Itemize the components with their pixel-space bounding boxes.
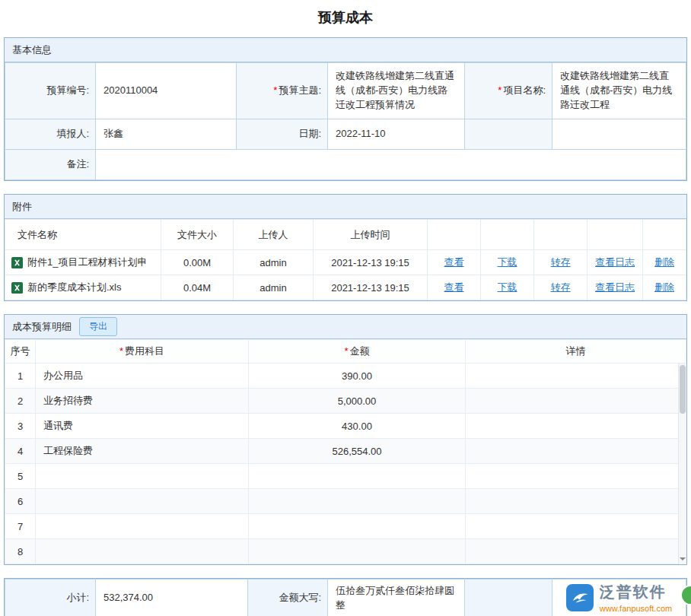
reporter-label: 填报人: (5, 119, 96, 150)
action-cell: 查看 (428, 275, 481, 300)
row-subject (36, 464, 249, 489)
row-subject (36, 489, 249, 514)
row-amount: 430.00 (249, 414, 466, 439)
cost-detail-section-header: 成本预算明细 导出 (5, 315, 686, 339)
budget-no-value: 2020110004 (96, 63, 237, 119)
required-mark: * (344, 345, 348, 357)
vertical-scrollbar[interactable] (678, 364, 686, 564)
brand-name: 泛普软件 (600, 581, 672, 602)
remark-label-text: 备注: (66, 158, 89, 170)
project-name-value: 改建铁路线增建第二线直通线（成都-西安）电力线路迁改工程 (552, 63, 686, 119)
action-cell: 查看 (428, 250, 481, 275)
attachment-file-cell: 新的季度成本计划.xls (5, 275, 161, 300)
project-name-label: *项目名称: (465, 63, 552, 119)
budget-no-label: 预算编号: (5, 63, 96, 119)
brand-text: 泛普软件 www.fanpusoft.com (600, 581, 672, 614)
row-subject (36, 539, 249, 564)
required-mark: * (273, 84, 277, 96)
table-row: 1 办公用品 390.00 (5, 364, 686, 389)
col-header-subject-text: 费用科目 (125, 345, 164, 357)
row-seq: 2 (5, 389, 36, 414)
row-info (466, 464, 686, 489)
basic-info-panel: 基本信息 预算编号: 2020110004 *预算主题: 改建铁路线增建第二线直… (4, 37, 687, 181)
cost-detail-grid: 序号 *费用科目 *金额 详情 1 办公用品 390.00 2 (5, 339, 686, 564)
action-cell: 下载 (481, 275, 534, 300)
row-seq: 7 (5, 514, 36, 539)
row-subject: 工程保险费 (36, 439, 249, 464)
row-amount (249, 464, 466, 489)
row-seq: 4 (5, 439, 36, 464)
budget-cost-page: 预算成本 基本信息 预算编号: 2020110004 *预算主题: 改建铁路线增… (0, 0, 691, 616)
row-seq: 8 (5, 539, 36, 564)
row-subject: 办公用品 (36, 364, 249, 389)
brand-cell: 泛普软件 www.fanpusoft.com (552, 579, 686, 616)
col-header-amount: *金额 (249, 340, 466, 364)
transfer-link[interactable]: 转存 (551, 256, 571, 268)
summary-table: 小计: 532,374.00 金额大写: 伍拾叁万贰仟叁佰柒拾肆圆整 (5, 579, 686, 616)
attachment-uploader: admin (234, 275, 314, 300)
table-row: 3 通讯费 430.00 (5, 414, 686, 439)
col-header-info: 详情 (466, 340, 686, 364)
row-info (466, 364, 686, 389)
required-mark: * (498, 84, 502, 96)
action-cell: 下载 (481, 250, 534, 275)
row-info (466, 389, 686, 414)
download-link[interactable]: 下载 (498, 256, 517, 268)
attachments-table: 文件名称 文件大小 上传人 上传时间 附件1_项目工程材料计划申 (5, 219, 686, 300)
brand-url[interactable]: www.fanpusoft.com (600, 603, 672, 614)
action-cell: 删除 (643, 250, 686, 275)
reporter-label-text: 填报人: (56, 128, 89, 139)
delete-link[interactable]: 删除 (654, 256, 674, 268)
fanpu-logo-icon (566, 584, 594, 611)
table-row: 2 业务招待费 5,000.00 (5, 389, 686, 414)
row-amount: 526,554.00 (249, 439, 466, 464)
amount-words-label: 金额大写: (248, 579, 328, 616)
cost-detail-panel: 成本预算明细 导出 序号 *费用科目 *金额 详情 (4, 314, 687, 565)
col-header-action (428, 220, 481, 250)
excel-file-icon (11, 282, 23, 294)
attachments-panel: 附件 文件名称 文件大小 上传人 上传时间 (4, 194, 687, 301)
col-header-action (643, 220, 686, 250)
action-cell: 转存 (534, 250, 588, 275)
required-mark: * (119, 345, 123, 357)
row-amount (249, 489, 466, 514)
attachments-section-header: 附件 (5, 195, 686, 219)
row-subject: 通讯费 (36, 414, 249, 439)
attachment-row: 附件1_项目工程材料计划申 0.00M admin 2021-12-13 19:… (5, 250, 686, 275)
remark-value (96, 150, 686, 180)
attachment-upload-time: 2021-12-13 19:15 (314, 275, 428, 300)
row-seq: 3 (5, 414, 36, 439)
summary-bar: 小计: 532,374.00 金额大写: 伍拾叁万贰仟叁佰柒拾肆圆整 (4, 578, 687, 616)
excel-file-icon (11, 257, 23, 268)
row-seq: 5 (5, 464, 36, 489)
view-link[interactable]: 查看 (444, 256, 464, 268)
download-link[interactable]: 下载 (498, 281, 517, 293)
table-row: 7 (5, 514, 686, 539)
delete-link[interactable]: 删除 (654, 281, 674, 293)
subtotal-value: 532,374.00 (96, 579, 248, 616)
attachment-file-cell: 附件1_项目工程材料计划申 (5, 250, 161, 275)
row-amount (249, 514, 466, 539)
budget-subject-label-text: 预算主题: (279, 84, 321, 96)
action-cell: 查看日志 (588, 275, 643, 300)
col-header-file-name: 文件名称 (5, 220, 161, 250)
transfer-link[interactable]: 转存 (551, 281, 571, 293)
view-log-link[interactable]: 查看日志 (595, 281, 635, 293)
view-log-link[interactable]: 查看日志 (595, 256, 635, 268)
row-info (466, 539, 686, 564)
row-amount: 390.00 (249, 364, 466, 389)
row-amount (249, 539, 466, 564)
subtotal-label: 小计: (5, 579, 96, 616)
page-title: 预算成本 (0, 0, 691, 37)
attachment-upload-time: 2021-12-13 19:15 (314, 250, 428, 275)
attachment-file-name[interactable]: 新的季度成本计划.xls (27, 281, 122, 294)
scroll-down-arrow-icon[interactable] (679, 555, 686, 563)
col-header-file-size: 文件大小 (161, 220, 234, 250)
view-link[interactable]: 查看 (444, 281, 464, 293)
export-button[interactable]: 导出 (79, 317, 117, 336)
col-header-seq: 序号 (5, 340, 36, 364)
scrollbar-thumb[interactable] (680, 365, 686, 414)
attachment-file-name[interactable]: 附件1_项目工程材料计划申 (27, 256, 147, 269)
col-header-uploader: 上传人 (234, 220, 314, 250)
project-name-label-text: 项目名称: (503, 84, 546, 96)
